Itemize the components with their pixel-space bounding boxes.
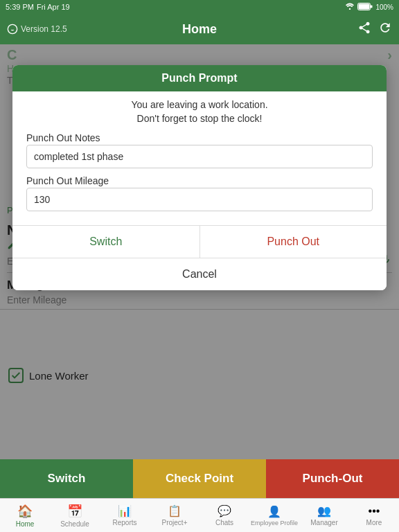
reports-icon: 📊 — [118, 504, 132, 517]
status-bar-right: 100% — [345, 3, 393, 12]
svg-rect-3 — [371, 5, 373, 8]
app-header: Version 12.5 Home — [0, 14, 399, 44]
punchout-button[interactable]: Punch-Out — [266, 459, 399, 498]
main-content: C › H T Painting Notes Blank Notes — [0, 44, 399, 459]
tab-home[interactable]: 🏠 Home — [0, 499, 50, 532]
tab-reports[interactable]: 📊 Reports — [100, 499, 150, 532]
header-icons — [357, 21, 392, 37]
page-title: Home — [182, 22, 217, 37]
notes-field-value[interactable]: completed 1st phase — [26, 145, 373, 168]
modal-message: You are leaving a work location. Don't f… — [26, 98, 373, 125]
tab-project-label: Project+ — [162, 519, 188, 526]
modal-cancel-row: Cancel — [12, 258, 387, 290]
tab-project[interactable]: 📋 Project+ — [150, 499, 200, 532]
tab-employee[interactable]: 👤 Employee Profile — [249, 499, 299, 532]
chats-icon: 💬 — [218, 504, 231, 517]
action-buttons: Switch Check Point Punch-Out — [0, 459, 399, 498]
more-icon: ••• — [369, 505, 380, 517]
tab-schedule[interactable]: 📅 Schedule — [50, 499, 100, 532]
tab-bar: 🏠 Home 📅 Schedule 📊 Reports 📋 Project+ 💬… — [0, 498, 399, 532]
status-bar: 5:39 PM Fri Apr 19 100% — [0, 0, 399, 14]
tab-manager[interactable]: 👥 Manager — [299, 499, 349, 532]
wifi-icon — [345, 3, 355, 11]
notes-field-label: Punch Out Notes — [26, 132, 373, 143]
schedule-icon: 📅 — [67, 504, 82, 519]
employee-icon: 👤 — [267, 505, 281, 518]
tab-manager-label: Manager — [310, 519, 337, 526]
tab-more-label: More — [366, 519, 382, 526]
mileage-field-value[interactable]: 130 — [26, 188, 373, 211]
home-icon: 🏠 — [17, 504, 33, 519]
modal-switch-button[interactable]: Switch — [12, 226, 200, 258]
modal-action-buttons: Switch Punch Out — [12, 225, 387, 258]
tab-schedule-label: Schedule — [60, 520, 89, 528]
modal-body: You are leaving a work location. Don't f… — [12, 91, 387, 225]
tab-reports-label: Reports — [112, 519, 136, 526]
svg-point-0 — [349, 8, 351, 10]
status-bar-left: 5:39 PM Fri Apr 19 — [6, 3, 70, 11]
punch-prompt-modal: Punch Prompt You are leaving a work loca… — [12, 65, 387, 290]
tab-chats-label: Chats — [215, 519, 233, 526]
modal-cancel-button[interactable]: Cancel — [12, 258, 387, 290]
modal-punch-out-button[interactable]: Punch Out — [200, 226, 387, 258]
tab-chats[interactable]: 💬 Chats — [200, 499, 249, 532]
checkpoint-button[interactable]: Check Point — [133, 459, 266, 498]
refresh-icon[interactable] — [378, 21, 392, 37]
tab-employee-label: Employee Profile — [251, 520, 298, 526]
manager-icon: 👥 — [317, 504, 331, 517]
share-icon[interactable] — [357, 21, 371, 37]
modal-header: Punch Prompt — [12, 65, 387, 91]
battery-icon — [357, 3, 373, 12]
svg-point-4 — [8, 24, 17, 33]
battery-pct: 100% — [375, 3, 393, 11]
modal-overlay: Punch Prompt You are leaving a work loca… — [0, 44, 399, 459]
status-day: Fri Apr 19 — [37, 3, 70, 11]
status-time: 5:39 PM — [6, 3, 34, 11]
switch-button[interactable]: Switch — [0, 459, 133, 498]
mileage-field-label: Punch Out Mileage — [26, 175, 373, 186]
project-icon: 📋 — [168, 504, 181, 517]
tab-home-label: Home — [16, 520, 35, 528]
version-label: Version 12.5 — [7, 24, 67, 35]
tab-more[interactable]: ••• More — [349, 499, 399, 532]
svg-rect-2 — [359, 3, 370, 9]
